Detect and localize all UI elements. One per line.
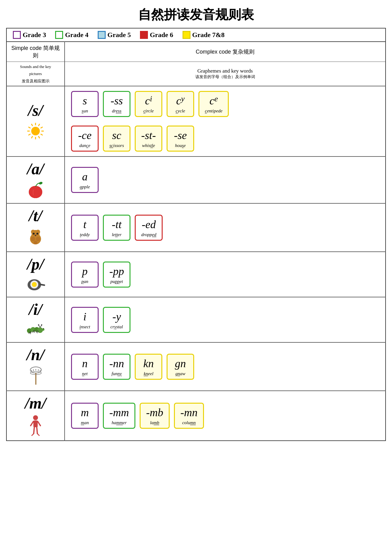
grapheme-word-0-1: dress	[109, 108, 124, 114]
svg-line-58	[31, 421, 33, 426]
grapheme-letter-5-1: -nn	[109, 357, 124, 370]
main-table: Simple code 简单规则 Complex code 复杂规则 Sound…	[6, 41, 386, 441]
svg-line-63	[37, 434, 39, 435]
graphemes-cell-1: aapple	[65, 156, 386, 203]
grapheme-word-0-2: circle	[141, 108, 156, 114]
grapheme-letter-4-0: i	[77, 310, 92, 323]
grade-78-label: Grade 7&8	[192, 31, 225, 39]
svg-line-62	[32, 434, 34, 435]
grapheme-letter-0-4: ce	[205, 94, 222, 107]
grapheme-letter-1-0: a	[77, 170, 92, 183]
grapheme-card-5-2: knkneel	[135, 354, 162, 380]
grade-3-box	[13, 31, 21, 39]
grapheme-word-1-0: apple	[77, 184, 92, 190]
grapheme-word-0-6: scissors	[109, 143, 124, 148]
grade-5-label: Grade 5	[107, 31, 131, 39]
sound-row-1: /a/ aapple	[6, 156, 386, 203]
graphemes-cell-6: mman-mmhammer-mblamb-mncolumn	[65, 391, 386, 441]
grapheme-letter-0-0: s	[77, 94, 92, 107]
grapheme-word-5-1: funny	[109, 371, 124, 376]
sound-cell-2: /t/	[6, 203, 65, 252]
grade-4-label: Grade 4	[65, 31, 88, 39]
sound-label-5: /n/	[8, 346, 63, 364]
picture-3	[8, 276, 63, 294]
sound-row-4: /i/ iinsect-ycrystal	[6, 297, 386, 342]
grapheme-letter-5-3: gn	[173, 357, 188, 370]
grapheme-card-0-1: -ssdress	[103, 91, 130, 117]
svg-line-61	[37, 427, 37, 434]
grapheme-card-0-8: -sehouse	[167, 126, 194, 152]
grapheme-letter-5-2: kn	[141, 357, 156, 370]
subheader-right-line1: Graphemes and key words	[67, 68, 383, 74]
grade-6-label: Grade 6	[150, 31, 173, 39]
grapheme-letter-0-7: -st-	[141, 129, 156, 142]
svg-line-37	[40, 325, 42, 327]
grapheme-letter-5-0: n	[77, 357, 92, 370]
svg-line-2	[40, 134, 43, 135]
grapheme-letter-4-1: -y	[109, 310, 124, 323]
sound-cell-0: /s/	[6, 86, 65, 156]
svg-line-8	[28, 127, 31, 128]
svg-point-22	[34, 241, 37, 244]
grapheme-word-4-1: crystal	[109, 324, 124, 330]
grapheme-card-6-3: -mncolumn	[174, 403, 204, 429]
grapheme-word-0-4: centipede	[205, 108, 222, 114]
grapheme-card-0-7: -st-whistle	[135, 126, 162, 152]
complex-code-header: Complex code 复杂规则	[65, 42, 386, 62]
sound-row-5: /n/ nnet-nnfunnyknkneelgngnaw	[6, 342, 386, 391]
grapheme-card-2-1: -ttletter	[103, 215, 130, 241]
grapheme-word-3-1: puppet	[109, 279, 124, 284]
sound-cell-6: /m/	[6, 391, 65, 441]
subheader-left-line3: 发音及相应图示	[22, 79, 50, 83]
picture-5	[8, 366, 63, 387]
grapheme-card-0-5: -cedance	[71, 126, 99, 152]
sound-label-1: /a/	[8, 160, 63, 178]
grapheme-card-5-1: -nnfunny	[103, 354, 130, 380]
grapheme-word-6-1: hammer	[109, 420, 129, 425]
simple-code-header: Simple code 简单规则	[6, 42, 65, 62]
graphemes-cell-3: ppan-pppuppet	[65, 252, 386, 297]
grapheme-card-4-1: -ycrystal	[103, 307, 130, 333]
svg-line-11	[39, 124, 40, 126]
picture-4	[8, 321, 63, 339]
svg-line-9	[32, 124, 33, 126]
graphemes-cell-5: nnet-nnfunnyknkneelgngnaw	[65, 342, 386, 391]
svg-line-3	[39, 136, 40, 138]
grapheme-word-2-1: letter	[109, 232, 124, 237]
svg-point-23	[33, 233, 35, 235]
svg-point-0	[31, 127, 40, 135]
graphemes-cell-2: tteddy-ttletter-eddropped	[65, 203, 386, 252]
grade-3-label: Grade 3	[23, 31, 46, 39]
grapheme-card-6-0: mman	[71, 403, 99, 429]
grapheme-card-3-0: ppan	[71, 262, 99, 288]
sound-cell-1: /a/	[6, 156, 65, 203]
grade-3: Grade 3	[13, 31, 46, 39]
grade-78-box	[183, 31, 190, 39]
grapheme-card-0-6: scscissors	[103, 126, 130, 152]
svg-rect-57	[33, 420, 38, 427]
grapheme-letter-2-1: -tt	[109, 218, 124, 231]
sound-label-2: /t/	[8, 207, 63, 225]
grapheme-word-3-0: pan	[77, 279, 92, 284]
grapheme-word-5-3: gnaw	[173, 371, 188, 376]
header-row: Simple code 简单规则 Complex code 复杂规则	[6, 42, 386, 62]
svg-point-24	[36, 233, 38, 235]
grapheme-word-5-2: kneel	[141, 371, 156, 376]
grapheme-card-0-0: ssun	[71, 91, 99, 117]
svg-point-21	[36, 237, 40, 241]
grapheme-word-6-3: column	[180, 420, 198, 425]
graphemes-cell-0: ssun-ssdresscicirclecycyclececentipede-c…	[65, 86, 386, 156]
subheader-left: Sounds and the key pictures 发音及相应图示	[6, 62, 65, 86]
grapheme-letter-0-5: -ce	[77, 129, 92, 142]
grapheme-word-0-0: sun	[77, 108, 92, 114]
grapheme-word-2-2: dropped	[141, 232, 156, 237]
grapheme-card-4-0: iinsect	[71, 307, 99, 333]
svg-point-39	[41, 324, 42, 326]
grapheme-letter-6-0: m	[77, 406, 92, 419]
grapheme-word-0-3: cycle	[173, 108, 188, 114]
svg-point-20	[31, 237, 35, 241]
grapheme-letter-2-0: t	[77, 218, 92, 231]
grapheme-word-2-0: teddy	[77, 232, 92, 237]
grapheme-letter-6-2: -mb	[146, 406, 163, 419]
sound-label-6: /m/	[8, 394, 63, 412]
